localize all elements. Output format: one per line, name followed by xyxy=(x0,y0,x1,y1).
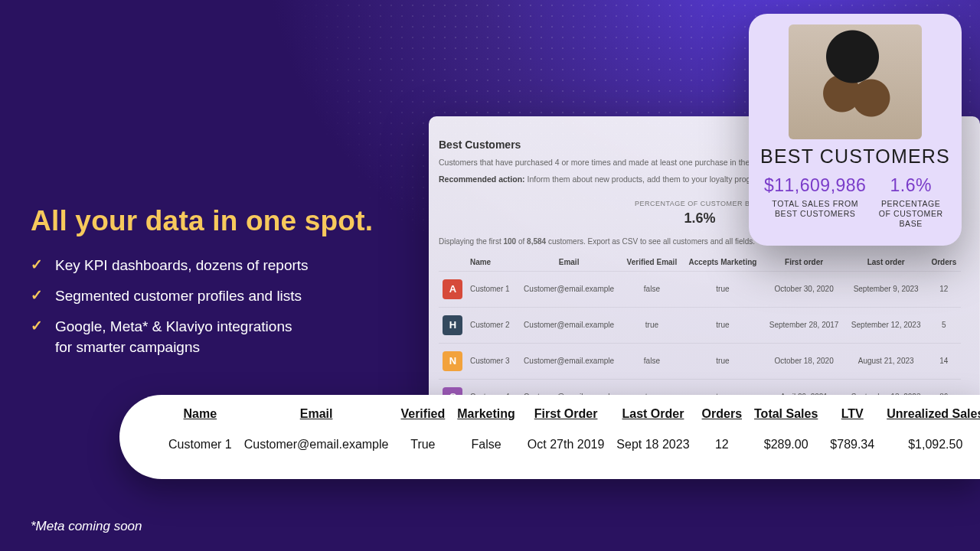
cell-last: August 21, 2023 xyxy=(845,343,927,379)
table-row[interactable]: HCustomer 2Customer@email.exampletruetru… xyxy=(439,307,961,343)
table-row[interactable]: ACustomer 1Customer@email.examplefalsetr… xyxy=(439,271,961,307)
cell-name: Customer 3 xyxy=(467,343,517,379)
bar-col-ltv: LTV xyxy=(824,404,880,429)
cell-marketing: true xyxy=(682,307,763,343)
col-last-order: Last order xyxy=(845,253,927,272)
cell-last: September 9, 2023 xyxy=(845,271,927,307)
bullet-3-text: Google, Meta* & Klaviyo integrations for… xyxy=(55,317,292,357)
card-metric-sales: $11,609,986 Total Sales from Best Custom… xyxy=(764,175,866,229)
cell-name: Customer 2 xyxy=(467,307,517,343)
best-customers-card: Best Customers $11,609,986 Total Sales f… xyxy=(749,14,962,246)
customer-row-highlight: Name Email Verified Marketing First Orde… xyxy=(119,395,980,479)
bar-col-email: Email xyxy=(238,404,395,429)
cell-marketing: true xyxy=(682,271,763,307)
col-avatar xyxy=(439,253,467,272)
cell-verified: True xyxy=(394,429,451,461)
bar-header-row: Name Email Verified Marketing First Orde… xyxy=(162,404,980,429)
card-sales-label: Total Sales from Best Customers xyxy=(764,199,866,219)
bar-data-row: Customer 1 Customer@email.example True F… xyxy=(162,429,980,461)
check-icon: ✓ xyxy=(31,286,44,305)
check-icon: ✓ xyxy=(31,256,44,275)
headline: All your data in one spot. xyxy=(31,205,373,237)
col-first-order: First order xyxy=(763,253,845,272)
cell-orders: 14 xyxy=(927,343,961,379)
customer-photo xyxy=(789,24,922,139)
bar-col-marketing: Marketing xyxy=(451,404,521,429)
cell-email: Customer@email.example xyxy=(238,429,395,461)
cell-first: Oct 27th 2019 xyxy=(521,429,611,461)
cell-email: Customer@email.example xyxy=(517,307,622,343)
bar-col-total-sales: Total Sales xyxy=(748,404,824,429)
hint-mid: of xyxy=(516,237,527,246)
col-marketing: Accepts Marketing xyxy=(682,253,763,272)
cell-first: September 28, 2017 xyxy=(763,307,845,343)
bullet-1-text: Key KPI dashboards, dozens of reports xyxy=(55,256,309,276)
col-orders: Orders xyxy=(927,253,961,272)
cell-orders: 12 xyxy=(696,429,748,461)
avatar-tile: H xyxy=(443,315,462,335)
panel-action-label: Recommended action: xyxy=(439,174,525,184)
check-icon: ✓ xyxy=(31,317,44,336)
hint-suffix: customers. Export as CSV to see all cust… xyxy=(546,237,755,246)
hint-count: 100 xyxy=(503,237,516,246)
hint-prefix: Displaying the first xyxy=(439,237,503,246)
bar-col-orders: Orders xyxy=(696,404,748,429)
footnote: *Meta coming soon xyxy=(31,519,142,534)
cell-verified: false xyxy=(621,343,682,379)
hint-total: 8,584 xyxy=(527,237,546,246)
cell-unrealized: $1,092.50 xyxy=(880,429,980,461)
cell-last: Sept 18 2023 xyxy=(610,429,695,461)
col-email: Email xyxy=(517,253,622,272)
cell-name: Customer 1 xyxy=(162,429,238,461)
card-sales-value: $11,609,986 xyxy=(764,175,866,196)
cell-email: Customer@email.example xyxy=(517,271,622,307)
cell-marketing: False xyxy=(451,429,521,461)
cell-orders: 5 xyxy=(927,307,961,343)
cell-email: Customer@email.example xyxy=(517,343,622,379)
card-title: Best Customers xyxy=(760,145,951,168)
cell-last: September 12, 2023 xyxy=(845,307,927,343)
bullet-3: ✓Google, Meta* & Klaviyo integrations fo… xyxy=(31,317,309,357)
bar-col-first: First Order xyxy=(521,404,611,429)
avatar-tile: N xyxy=(443,351,462,371)
table-row[interactable]: NCustomer 3Customer@email.examplefalsetr… xyxy=(439,343,961,379)
col-verified: Verified Email xyxy=(621,253,682,272)
cell-marketing: true xyxy=(682,343,763,379)
cell-orders: 12 xyxy=(927,271,961,307)
panel-table-header-row: Name Email Verified Email Accepts Market… xyxy=(439,253,961,272)
bar-col-verified: Verified xyxy=(394,404,451,429)
cell-first: October 18, 2020 xyxy=(763,343,845,379)
card-metric-percent: 1.6% Percentage of Customer Base xyxy=(875,175,946,229)
card-percent-value: 1.6% xyxy=(875,175,946,196)
cell-verified: true xyxy=(621,307,682,343)
avatar-tile: A xyxy=(443,279,462,299)
cell-total-sales: $289.00 xyxy=(748,429,824,461)
bullet-2: ✓Segmented customer profiles and lists xyxy=(31,286,309,306)
bar-col-name: Name xyxy=(162,404,238,429)
panel-table: Name Email Verified Email Accepts Market… xyxy=(439,253,961,408)
cell-ltv: $789.34 xyxy=(824,429,880,461)
cell-name: Customer 1 xyxy=(467,271,517,307)
bar-col-last: Last Order xyxy=(610,404,695,429)
cell-verified: false xyxy=(621,271,682,307)
feature-bullets: ✓Key KPI dashboards, dozens of reports ✓… xyxy=(31,256,309,368)
bar-col-unrealized: Unrealized Sales xyxy=(880,404,980,429)
col-name: Name xyxy=(467,253,517,272)
bullet-1: ✓Key KPI dashboards, dozens of reports xyxy=(31,256,309,276)
bullet-2-text: Segmented customer profiles and lists xyxy=(55,286,302,306)
card-percent-label: Percentage of Customer Base xyxy=(875,199,946,229)
cell-first: October 30, 2020 xyxy=(763,271,845,307)
